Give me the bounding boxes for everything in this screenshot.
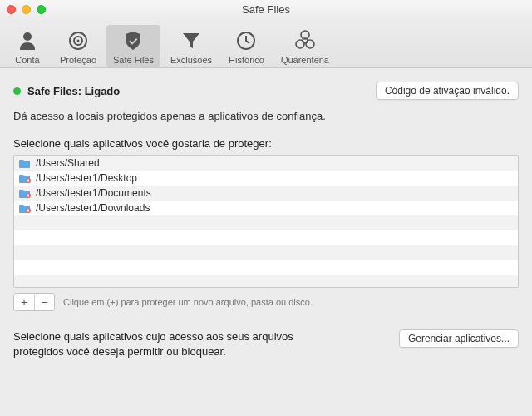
add-button[interactable]: + [14,294,34,310]
path-text: /Users/tester1/Documents [36,187,151,199]
list-item[interactable]: /Users/Shared [14,156,518,171]
list-item[interactable]: /Users/tester1/Documents [14,186,518,201]
activation-code-button[interactable]: Código de ativação inválido. [376,82,519,100]
zoom-icon[interactable] [37,5,46,14]
list-item[interactable]: /Users/tester1/Desktop [14,171,518,186]
user-icon [16,28,39,53]
list-item[interactable] [14,275,518,288]
window-title: Safe Files [0,3,532,16]
manage-apps-button[interactable]: Gerenciar aplicativos... [399,329,519,348]
tab-label: Exclusões [170,55,212,65]
path-text: /Users/tester1/Downloads [36,202,150,214]
target-icon [66,28,90,53]
manage-description: Selecione quais aplicativos cujo acesso … [13,329,313,359]
svg-rect-13 [27,210,29,212]
list-item[interactable]: /Users/tester1/Downloads [14,201,518,215]
clock-icon [234,28,258,53]
content-area: Safe Files: Ligado Código de ativação in… [0,68,532,365]
folder-icon [19,188,31,198]
tab-label: Proteção [60,55,96,65]
status-row: Safe Files: Ligado Código de ativação in… [13,82,519,100]
minimize-icon[interactable] [22,5,31,14]
protected-paths-list[interactable]: /Users/Shared/Users/tester1/Desktop/User… [13,155,519,288]
window-controls [7,5,46,14]
shield-check-icon [121,28,145,53]
tab-quarantine[interactable]: Quarentena [274,25,336,67]
status-text: Safe Files: Ligado [27,85,120,97]
funnel-icon [180,28,203,53]
titlebar: Safe Files [0,0,532,18]
tab-history[interactable]: Histórico [222,25,271,67]
add-remove-hint: Clique em (+) para proteger um novo arqu… [63,297,313,307]
tab-label: Conta [15,55,39,65]
tab-label: Safe Files [113,55,154,65]
tab-protection[interactable]: Proteção [53,25,103,67]
list-item[interactable] [14,230,518,245]
remove-button[interactable]: − [34,294,54,310]
description-text: Dá acesso a locais protegidos apenas a a… [13,110,519,122]
list-heading: Selecione quais aplicativos você gostari… [13,137,519,150]
close-icon[interactable] [7,5,16,14]
list-item[interactable] [14,245,518,260]
svg-rect-11 [27,195,29,197]
list-item[interactable] [14,215,518,230]
path-text: /Users/Shared [36,157,100,169]
folder-icon [19,173,31,183]
status-dot-icon [13,87,21,95]
svg-rect-9 [27,180,29,182]
tab-label: Quarentena [281,55,329,65]
toolbar: Conta Proteção Safe Files Exclusões Hist… [0,18,532,68]
add-remove-bar: + − Clique em (+) para proteger um novo … [13,293,519,311]
svg-point-7 [306,40,314,48]
manage-section: Selecione quais aplicativos cujo acesso … [13,329,519,359]
plus-minus-control: + − [13,293,55,311]
tab-account[interactable]: Conta [5,25,50,67]
tab-exclusions[interactable]: Exclusões [164,25,219,67]
folder-icon [19,203,31,213]
tab-label: Histórico [229,55,264,65]
path-text: /Users/tester1/Desktop [36,172,137,184]
svg-point-6 [296,40,304,48]
folder-icon [19,158,31,168]
tab-safe-files[interactable]: Safe Files [106,25,160,67]
biohazard-icon [293,28,317,53]
list-item[interactable] [14,260,518,275]
svg-point-2 [77,40,80,42]
